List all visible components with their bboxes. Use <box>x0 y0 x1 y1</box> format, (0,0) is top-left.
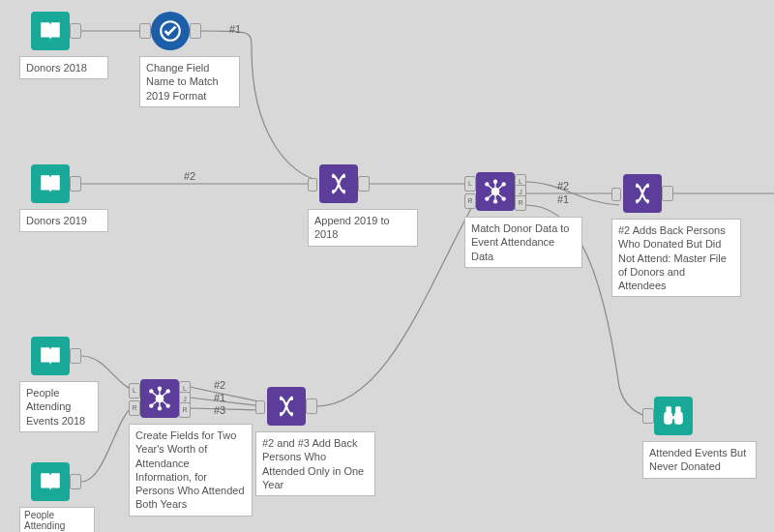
label-attended-never: Attended Events But Never Donated <box>642 441 757 479</box>
svg-rect-27 <box>664 412 672 425</box>
label-attending-2018: People Attending Events 2018 <box>19 381 99 432</box>
input-anchor-l[interactable]: L <box>464 176 476 192</box>
input-anchor[interactable] <box>255 400 265 414</box>
output-anchor-r[interactable]: R <box>179 402 191 418</box>
node-addback-oneyear[interactable] <box>267 387 306 426</box>
svg-point-25 <box>280 412 283 415</box>
output-anchor[interactable] <box>358 176 370 192</box>
wire-label-cf1: #1 <box>214 392 225 403</box>
label-donors-2018: Donors 2018 <box>19 56 108 79</box>
node-append[interactable] <box>319 164 358 203</box>
svg-point-1 <box>332 175 335 178</box>
svg-point-4 <box>342 190 345 192</box>
select-tool-icon <box>151 12 190 50</box>
svg-rect-30 <box>675 406 680 413</box>
input-data-icon <box>31 12 70 50</box>
union-tool-icon <box>319 164 358 203</box>
input-anchor[interactable] <box>139 23 151 39</box>
join-tool-icon: L R L J R <box>140 379 179 418</box>
label-donors-2019: Donors 2019 <box>19 209 108 232</box>
wire-label-cf3: #3 <box>214 404 225 416</box>
node-change-field[interactable] <box>151 12 190 50</box>
wire-label-out1: #1 <box>557 193 569 205</box>
svg-point-14 <box>636 199 639 202</box>
svg-rect-31 <box>671 416 675 419</box>
union-tool-icon <box>267 387 306 426</box>
output-anchor[interactable] <box>306 399 317 414</box>
output-anchor[interactable] <box>190 23 201 39</box>
output-anchor[interactable] <box>662 186 673 201</box>
node-attended-never[interactable] <box>654 397 693 435</box>
label-change-field: Change Field Name to Match 2019 Format <box>139 56 240 107</box>
input-anchor[interactable] <box>611 188 621 201</box>
svg-point-2 <box>342 175 345 178</box>
wire-label-out2: #2 <box>557 180 569 192</box>
label-addback-oneyear: #2 and #3 Add Back Persons Who Attended … <box>255 431 375 496</box>
node-attending-2018[interactable] <box>31 337 70 375</box>
label-create-fields: Create Fields for Two Year's Worth of At… <box>129 424 253 517</box>
wire-label-1: #1 <box>229 23 241 35</box>
input-data-icon <box>31 164 70 203</box>
wire-label-2: #2 <box>184 170 195 182</box>
input-anchor-r[interactable]: R <box>464 193 476 209</box>
input-anchor[interactable] <box>642 408 654 424</box>
output-anchor[interactable] <box>70 348 81 364</box>
join-tool-icon: L R L J R <box>476 172 515 211</box>
union-tool-icon <box>623 174 662 213</box>
label-union-addback: #2 Adds Back Persons Who Donated But Did… <box>611 219 741 297</box>
svg-point-24 <box>290 398 293 400</box>
svg-point-23 <box>280 398 283 400</box>
browse-tool-icon <box>654 397 693 435</box>
output-anchor[interactable] <box>70 176 81 192</box>
node-donors-2019[interactable] <box>31 164 70 203</box>
label-match-donor: Match Donor Data to Event Attendance Dat… <box>464 217 582 268</box>
input-data-icon <box>31 462 70 501</box>
svg-point-12 <box>636 185 639 188</box>
output-anchor[interactable] <box>70 23 81 39</box>
svg-rect-29 <box>666 406 670 413</box>
input-data-icon <box>31 337 70 375</box>
output-anchor-r[interactable]: R <box>515 195 526 211</box>
node-attending-2019[interactable] <box>31 462 70 501</box>
node-donors-2018[interactable] <box>31 12 70 50</box>
wire-label-cf2: #2 <box>214 379 225 391</box>
label-append: Append 2019 to 2018 <box>308 209 418 247</box>
workflow-canvas[interactable]: Donors 2018 Change Field Name to Match 2… <box>0 0 774 532</box>
input-anchor-r[interactable]: R <box>129 400 140 416</box>
node-match-donor[interactable]: L R L J R <box>476 172 515 211</box>
node-create-fields[interactable]: L R L J R <box>140 379 179 418</box>
label-attending-2019: People Attending Events 2019 <box>19 507 95 532</box>
svg-point-13 <box>646 185 649 188</box>
input-anchor-l[interactable]: L <box>129 383 140 399</box>
input-anchor[interactable] <box>308 178 317 192</box>
svg-point-15 <box>646 199 649 202</box>
svg-point-26 <box>290 412 293 415</box>
svg-rect-28 <box>674 412 683 425</box>
svg-point-3 <box>332 190 335 192</box>
node-union-addback[interactable] <box>623 174 662 213</box>
output-anchor[interactable] <box>70 474 81 489</box>
